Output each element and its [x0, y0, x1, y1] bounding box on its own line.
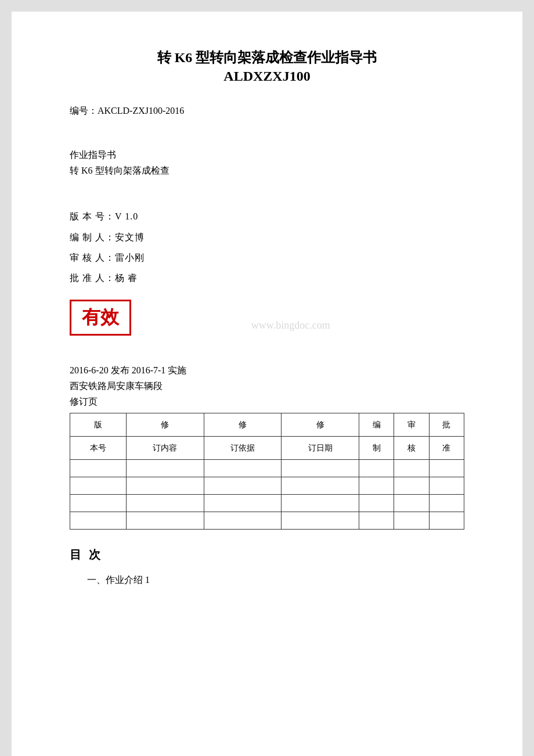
revision-title: 修订页	[70, 396, 464, 408]
table-header-row-1: 版 修 修 修 编 审 批	[70, 413, 464, 437]
version-value: V 1.0	[115, 211, 138, 221]
table-row	[70, 512, 464, 530]
reviewer-label: 审 核 人：	[70, 253, 115, 262]
toc-section: 目 次 一、作业介绍 1	[70, 547, 464, 589]
code-line: 编号：AKCLD-ZXJ100-2016	[70, 102, 464, 120]
approver-line: 批 准 人：杨 睿	[70, 268, 464, 288]
col-header-2: 修	[127, 413, 204, 437]
watermark: www.bingdoc.com	[251, 319, 330, 332]
version-block: 版 本 号：V 1.0 编 制 人：安文博 审 核 人：雷小刚 批 准 人：杨 …	[70, 206, 464, 288]
doc-desc: 转 K6 型转向架落成检查	[70, 165, 464, 177]
document-page: www.bingdoc.com 转 K6 型转向架落成检查作业指导书 ALDXZ…	[12, 12, 522, 756]
col-header-4: 修	[282, 413, 359, 437]
table-row	[70, 460, 464, 477]
col-subheader-6: 核	[394, 437, 429, 460]
reviewer-line: 审 核 人：雷小刚	[70, 247, 464, 268]
title-block: 转 K6 型转向架落成检查作业指导书 ALDXZXJ100	[70, 46, 464, 84]
table-row	[70, 495, 464, 512]
doc-type: 作业指导书	[70, 149, 464, 161]
version-label: 版 本 号：	[70, 211, 115, 221]
col-header-6: 审	[394, 413, 429, 437]
approver-value: 杨 睿	[115, 273, 138, 283]
approver-label: 批 准 人：	[70, 273, 115, 283]
col-subheader-1: 本号	[70, 437, 127, 460]
col-subheader-2: 订内容	[127, 437, 204, 460]
col-subheader-5: 制	[359, 437, 394, 460]
col-subheader-7: 准	[429, 437, 464, 460]
table-header-row-2: 本号 订内容 订依据 订日期 制 核 准	[70, 437, 464, 460]
publish-line: 2016-6-20 发布 2016-7-1 实施	[70, 365, 464, 377]
sub-title: ALDXZXJ100	[70, 69, 464, 84]
toc-title: 目 次	[70, 547, 464, 563]
version-line: 版 本 号：V 1.0	[70, 206, 464, 226]
editor-line: 编 制 人：安文博	[70, 227, 464, 247]
col-subheader-3: 订依据	[204, 437, 282, 460]
code-label: 编号：	[70, 106, 98, 116]
valid-stamp: 有效	[70, 300, 131, 336]
col-header-7: 批	[429, 413, 464, 437]
col-header-3: 修	[204, 413, 282, 437]
code-value: AKCLD-ZXJ100-2016	[98, 106, 184, 116]
toc-item-1: 一、作业介绍 1	[87, 571, 464, 589]
col-header-1: 版	[70, 413, 127, 437]
main-title: 转 K6 型转向架落成检查作业指导书	[70, 46, 464, 69]
org-line: 西安铁路局安康车辆段	[70, 380, 464, 393]
table-row	[70, 477, 464, 495]
col-header-5: 编	[359, 413, 394, 437]
editor-value: 安文博	[115, 232, 145, 242]
meta-block: 编号：AKCLD-ZXJ100-2016	[70, 102, 464, 120]
revision-table: 版 修 修 修 编 审 批 本号 订内容 订依据 订日期 制 核 准	[70, 413, 464, 530]
col-subheader-4: 订日期	[282, 437, 359, 460]
editor-label: 编 制 人：	[70, 232, 115, 242]
reviewer-value: 雷小刚	[115, 253, 145, 262]
